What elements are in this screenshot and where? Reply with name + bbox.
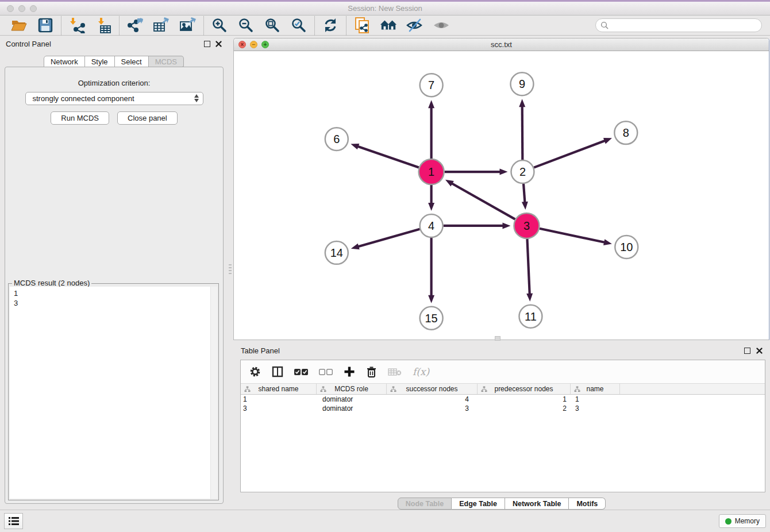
table-cell[interactable]: 3: [571, 404, 620, 413]
show-all-eye-icon[interactable]: [433, 17, 450, 34]
export-network-icon[interactable]: [126, 17, 144, 34]
home-icon[interactable]: [380, 17, 397, 34]
graph-node-15[interactable]: 15: [420, 307, 443, 330]
settings-gear-icon[interactable]: [249, 366, 261, 377]
save-session-icon[interactable]: [37, 17, 54, 34]
add-column-icon[interactable]: [344, 366, 355, 377]
result-scrollbar[interactable]: [210, 287, 217, 499]
import-table-icon[interactable]: [95, 17, 112, 34]
column-header-MCDS-role[interactable]: MCDS role: [317, 384, 387, 394]
network-window-titlebar[interactable]: × − + scc.txt: [234, 38, 769, 51]
export-image-icon[interactable]: [179, 17, 197, 34]
run-mcds-button[interactable]: Run MCDS: [51, 111, 109, 125]
graph-edge-1-7[interactable]: [428, 100, 434, 159]
optimization-criterion-select[interactable]: strongly connected component: [25, 92, 203, 105]
graph-node-6[interactable]: 6: [325, 128, 348, 151]
graph-edge-4-15[interactable]: [428, 238, 434, 303]
graph-edge-3-11[interactable]: [526, 239, 533, 302]
table-cell[interactable]: 1: [241, 395, 317, 403]
delete-table-icon: [388, 367, 402, 376]
table-cell[interactable]: dominator: [317, 395, 387, 403]
network-canvas[interactable]: 7968124314101511: [234, 51, 769, 340]
graph-node-11[interactable]: 11: [519, 305, 542, 328]
tab-motifs[interactable]: Motifs: [569, 498, 606, 510]
graph-edge-3-10[interactable]: [540, 229, 612, 245]
mcds-result-area[interactable]: 1 3: [10, 287, 217, 499]
graph-node-10[interactable]: 10: [615, 236, 638, 259]
graph-node-7[interactable]: 7: [420, 74, 443, 97]
tab-mcds[interactable]: MCDS: [149, 56, 184, 67]
network-minimize-button[interactable]: −: [250, 41, 257, 48]
mcds-result-fieldset: MCDS result (2 nodes) 1 3: [8, 283, 219, 500]
task-history-button[interactable]: [4, 513, 23, 529]
table-cell[interactable]: 1: [478, 395, 571, 403]
zoom-selected-icon[interactable]: [290, 17, 307, 34]
tab-select[interactable]: Select: [115, 56, 149, 67]
column-header-predecessor-nodes[interactable]: predecessor nodes: [478, 384, 571, 394]
deselect-all-rows-icon[interactable]: [319, 368, 333, 376]
refresh-icon[interactable]: [322, 17, 339, 34]
maximize-window-button[interactable]: [30, 5, 37, 12]
close-panel-icon[interactable]: [756, 348, 763, 354]
splitter-handle[interactable]: [229, 264, 232, 276]
column-header-name[interactable]: name: [571, 384, 620, 394]
graph-node-9[interactable]: 9: [510, 72, 533, 95]
graph-edge-2-8[interactable]: [534, 138, 612, 168]
memory-label: Memory: [735, 517, 760, 525]
horizontal-splitter[interactable]: [233, 340, 770, 342]
float-panel-icon[interactable]: [204, 41, 210, 47]
table-cell[interactable]: 4: [387, 395, 478, 403]
column-header-successor-nodes[interactable]: successor nodes: [387, 384, 478, 394]
table-row[interactable]: 1dominator411: [241, 395, 765, 404]
float-panel-icon[interactable]: [744, 348, 750, 354]
table-cell[interactable]: 3: [387, 404, 478, 413]
tab-network[interactable]: Network: [44, 56, 85, 67]
minimize-window-button[interactable]: [18, 5, 25, 12]
splitter-handle[interactable]: [495, 336, 500, 341]
network-maximize-button[interactable]: +: [261, 41, 269, 48]
close-panel-icon[interactable]: [215, 41, 222, 47]
clone-network-icon[interactable]: [353, 17, 371, 34]
hide-selected-eye-icon[interactable]: [406, 17, 424, 34]
zoom-in-icon[interactable]: [211, 17, 228, 34]
graph-edge-1-2[interactable]: [445, 169, 508, 175]
delete-column-icon[interactable]: [366, 366, 377, 378]
graph-node-3[interactable]: 3: [514, 213, 539, 238]
graph-node-2[interactable]: 2: [511, 160, 534, 183]
zoom-fit-icon[interactable]: [264, 17, 281, 34]
network-close-button[interactable]: ×: [238, 41, 246, 48]
close-window-button[interactable]: [7, 5, 14, 12]
graph-node-14[interactable]: 14: [325, 241, 348, 264]
table-cell[interactable]: 3: [241, 404, 317, 413]
column-header-shared-name[interactable]: shared name: [241, 384, 317, 394]
open-session-icon[interactable]: [10, 17, 28, 34]
zoom-out-icon[interactable]: [237, 17, 255, 34]
close-panel-button[interactable]: Close panel: [117, 111, 178, 125]
graph-node-4[interactable]: 4: [420, 214, 443, 237]
select-all-rows-icon[interactable]: [294, 368, 308, 376]
export-table-icon[interactable]: [153, 17, 170, 34]
window-titlebar: Session: New Session: [0, 0, 770, 16]
table-cell[interactable]: dominator: [317, 404, 387, 413]
vertical-splitter[interactable]: [228, 36, 233, 510]
table-cell[interactable]: 2: [478, 404, 571, 413]
table-cell[interactable]: 1: [571, 395, 620, 403]
graph-edge-4-3[interactable]: [444, 222, 511, 229]
graph-edge-2-9[interactable]: [519, 99, 525, 160]
graph-edge-1-4[interactable]: [428, 185, 434, 211]
graph-edge-3-1[interactable]: [445, 180, 515, 219]
graph-node-1[interactable]: 1: [419, 159, 444, 184]
show-columns-icon[interactable]: [272, 366, 283, 377]
search-input[interactable]: [611, 21, 757, 30]
tab-edge-table[interactable]: Edge Table: [452, 498, 505, 510]
tab-network-table[interactable]: Network Table: [505, 498, 569, 510]
graph-edge-4-14[interactable]: [351, 229, 420, 250]
graph-edge-2-3[interactable]: [522, 184, 528, 210]
graph-edge-1-6[interactable]: [351, 144, 419, 168]
memory-button[interactable]: Memory: [719, 514, 766, 528]
table-row[interactable]: 3dominator323: [241, 404, 765, 413]
graph-node-8[interactable]: 8: [614, 121, 637, 144]
tab-style[interactable]: Style: [85, 56, 115, 67]
tab-node-table[interactable]: Node Table: [398, 498, 452, 510]
import-network-icon[interactable]: [68, 17, 86, 34]
